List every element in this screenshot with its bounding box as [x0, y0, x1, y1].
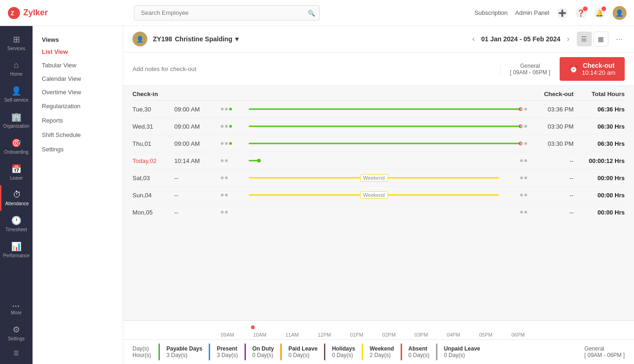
day-mon: Mon,05: [132, 209, 174, 216]
notification-icon[interactable]: 🔔: [594, 7, 605, 19]
table-row: Sat,03 -- Weekend -- 00:00 Hrs: [132, 169, 625, 187]
sidebar-item-settings[interactable]: ⚙ Settings: [0, 320, 33, 346]
sidebar-label-settings: Settings: [8, 336, 25, 341]
logo-text: Zylker: [23, 8, 48, 18]
nav-reports[interactable]: Reports: [33, 113, 123, 128]
sidebar-item-attendance[interactable]: ⏱ Attendance: [0, 185, 33, 211]
employee-id: ZY198: [153, 35, 172, 43]
timesheet-icon: 🕐: [11, 215, 21, 226]
notes-input[interactable]: [132, 65, 500, 72]
paidleave-count: Paid Leave: [288, 345, 317, 352]
legend-paidleave: Paid Leave0 Day(s): [280, 344, 324, 360]
table-row: Mon,05 -- -- 00:00 Hrs: [132, 204, 625, 221]
table-row: Tue,30 09:00 AM 03:36 PM 06: [132, 101, 625, 118]
more-icon: •••: [13, 304, 20, 309]
sidebar-item-services[interactable]: ⊞ Services: [0, 30, 33, 56]
sidebar-label-timesheet: Timesheet: [6, 227, 27, 232]
absent-days: 0 Day(s): [409, 352, 429, 358]
hour-label: Hour(s): [132, 352, 151, 358]
employee-name[interactable]: ZY198 Christine Spalding ▾: [153, 35, 238, 43]
total-wed: 06:30 Hrs: [574, 123, 625, 130]
checkin-mon: --: [174, 209, 221, 216]
sidebar-label-leave: Leave: [10, 176, 22, 181]
nav-tabular-view[interactable]: Tabular View: [33, 58, 123, 72]
sidebar-item-timesheet[interactable]: 🕐 Timesheet: [0, 211, 33, 237]
sidebar-item-home[interactable]: ⌂ Home: [0, 56, 33, 81]
nav-settings[interactable]: Settings: [33, 142, 123, 156]
checkout-mon: --: [527, 209, 574, 216]
date-range: 01 Jan 2024 - 05 Feb 2024: [481, 35, 560, 43]
subscription-link[interactable]: Subscription: [475, 9, 508, 16]
timeline-sun: Weekend: [221, 190, 527, 200]
weekend-days: 2 Day(s): [370, 352, 394, 358]
checkin-thu: 09:00 AM: [174, 140, 221, 147]
checkin-wed: 09:00 AM: [174, 123, 221, 130]
list-view-btn[interactable]: ☰: [577, 32, 592, 46]
sidebar-item-performance[interactable]: 📊 Performance: [0, 237, 33, 263]
search-bar: 🔍: [134, 5, 320, 20]
total-sun: 00:00 Hrs: [574, 192, 625, 199]
onboarding-icon: 🎯: [11, 138, 21, 148]
attendance-icon: ⏱: [13, 190, 21, 200]
axis-04pm: 04PM: [447, 332, 460, 338]
services-icon: ⊞: [13, 34, 20, 45]
search-input[interactable]: [134, 5, 320, 20]
nav-overtime-view[interactable]: Overtime View: [33, 85, 123, 99]
checkin-sun: --: [174, 192, 221, 199]
question-icon[interactable]: ❓: [575, 7, 587, 19]
shift-info: General [ 09AM - 06PM ]: [500, 63, 560, 76]
shift-time: [ 09AM - 06PM ]: [510, 69, 550, 76]
axis-06pm: 06PM: [511, 332, 525, 338]
main-content: 👤 ZY198 Christine Spalding ▾ ‹ 01 Jan 20…: [123, 26, 634, 364]
legend-unpaid: Unpaid Leave0 Day(s): [436, 344, 487, 360]
sidebar-item-leave[interactable]: 📅 Leave: [0, 159, 33, 185]
user-avatar[interactable]: 👤: [613, 6, 627, 20]
more-options-btn[interactable]: ···: [614, 34, 625, 44]
chevron-down-icon: ▾: [235, 35, 238, 43]
axis-labels: 09AM 10AM 11AM 12PM 01PM 02PM 03PM 04PM …: [221, 332, 525, 339]
nav-list-view[interactable]: List View: [33, 45, 123, 58]
leave-icon: 📅: [11, 164, 21, 174]
home-icon: ⌂: [14, 60, 19, 70]
legend-present: Present3 Day(s): [209, 344, 244, 360]
day-tue: Tue,30: [132, 106, 174, 113]
sidebar-item-onboarding[interactable]: 🎯 Onboarding: [0, 133, 33, 159]
sidebar-item-organization[interactable]: 🏢 Organization: [0, 107, 33, 133]
checkout-button[interactable]: ⏰ Check-out 10:14:20 am: [560, 57, 625, 81]
employee-fullname: Christine Spalding: [175, 35, 232, 43]
table-row: Thu,01 09:00 AM 03:30 PM 06: [132, 135, 625, 152]
sidebar-item-more[interactable]: ••• More: [0, 299, 33, 320]
timeline-axis: 09AM 10AM 11AM 12PM 01PM 02PM 03PM 04PM …: [123, 320, 634, 339]
nav-shift-schedule[interactable]: Shift Schedule: [33, 128, 123, 142]
sidebar-label-home: Home: [10, 72, 23, 77]
unpaid-days: 0 Day(s): [444, 352, 480, 358]
day-wed: Wed,31: [132, 123, 174, 130]
nav-views-title: Views: [33, 33, 123, 45]
checkin-header: Check-in: [132, 91, 174, 98]
day-sun: Sun,04: [132, 192, 174, 199]
nav-calendar-view[interactable]: Calendar View: [33, 72, 123, 85]
footer-summary: Day(s) Hour(s) Payable Days3 Day(s) Pres…: [123, 339, 634, 364]
content-topbar: 👤 ZY198 Christine Spalding ▾ ‹ 01 Jan 20…: [123, 26, 634, 52]
checkout-sun: --: [527, 192, 574, 199]
check-bar: General [ 09AM - 06PM ] ⏰ Check-out 10:1…: [123, 52, 634, 86]
timeline-today: [221, 156, 527, 165]
next-date-btn[interactable]: ›: [565, 33, 571, 45]
axis-12pm: 12PM: [317, 332, 331, 338]
admin-panel-link[interactable]: Admin Panel: [515, 9, 549, 16]
table-row: Wed,31 09:00 AM 03:30 PM 06: [132, 118, 625, 135]
timeline-header: [221, 91, 527, 98]
timeline-tue: [221, 104, 527, 114]
add-icon[interactable]: ➕: [557, 7, 568, 19]
day-thu: Thu,01: [132, 140, 174, 147]
sidebar-label-attendance: Attendance: [5, 201, 29, 206]
prev-date-btn[interactable]: ‹: [470, 33, 476, 45]
nav-regularization[interactable]: Regularization: [33, 99, 123, 113]
calendar-view-btn[interactable]: ▦: [594, 32, 608, 46]
holiday-days: 0 Day(s): [332, 352, 355, 358]
legend-absent: Absent0 Day(s): [401, 344, 436, 360]
sidebar-item-self-service[interactable]: 👤 Self-service: [0, 81, 33, 107]
current-time-dot: [251, 325, 255, 329]
total-tue: 06:36 Hrs: [574, 106, 625, 113]
sidebar-menu-btn[interactable]: ☰: [13, 346, 19, 360]
